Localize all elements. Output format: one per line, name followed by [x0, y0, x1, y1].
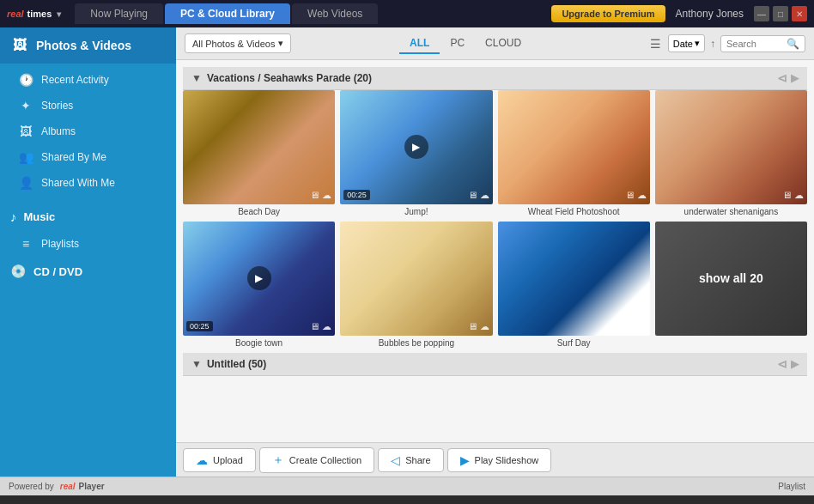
user-name: Anthony Jones	[676, 8, 744, 20]
list-item[interactable]: 🖥 ☁ Beach Day	[183, 90, 335, 216]
thumb-duration: 00:25	[343, 190, 370, 200]
nav-tabs: Now Playing PC & Cloud Library Web Video…	[75, 3, 378, 24]
list-item[interactable]: 🖥 ☁ Bubbles be popping	[340, 222, 492, 348]
sidebar-item-stories[interactable]: ✦ Stories	[0, 93, 176, 118]
filter-tab-pc[interactable]: PC	[440, 33, 475, 54]
thumb-actions: 🖥 ☁	[468, 190, 489, 201]
upload-label: Upload	[213, 455, 243, 465]
list-item[interactable]: show all 20	[655, 222, 807, 348]
thumb-overlay: 00:25 🖥 ☁	[343, 190, 489, 201]
maximize-button[interactable]: □	[773, 6, 788, 21]
monitor-icon: 🖥	[468, 190, 477, 201]
list-item[interactable]: 🖥 ☁ Surf Day	[498, 222, 650, 348]
sidebar-section-main: 🕐 Recent Activity ✦ Stories 🖼 Albums 👥 S…	[0, 64, 176, 199]
stories-icon: ✦	[17, 99, 34, 112]
search-input[interactable]	[726, 39, 787, 49]
thumb-actions: 🖥 ☁	[625, 190, 647, 201]
list-item[interactable]: 🖥 ☁ Wheat Field Photoshoot	[498, 90, 650, 216]
sidebar-item-recent-activity[interactable]: 🕐 Recent Activity	[0, 67, 176, 93]
cloud-icon: ☁	[794, 190, 804, 201]
upload-icon: ☁	[196, 453, 208, 467]
photo-label: Bubbles be popping	[379, 338, 454, 348]
sidebar: 🖼 Photos & Videos 🕐 Recent Activity ✦ St…	[0, 27, 176, 477]
thumb-actions: 🖥 ☁	[625, 321, 647, 332]
list-item[interactable]: ▶ 00:25 🖥 ☁ Boogie town	[183, 222, 335, 348]
playlist-button[interactable]: Playlist	[778, 482, 805, 491]
play-slideshow-label: Play Slideshow	[475, 455, 539, 465]
sidebar-item-shared-by-me[interactable]: 👥 Shared By Me	[0, 144, 176, 170]
create-collection-icon: ＋	[272, 452, 284, 468]
title-bar: realtimes ▾ Now Playing PC & Cloud Libra…	[0, 0, 814, 27]
tab-web-videos[interactable]: Web Videos	[292, 3, 378, 24]
toolbar-right: ☰ Date ▾ ↑ 🔍	[648, 34, 805, 52]
monitor-icon: 🖥	[310, 321, 319, 332]
photo-label: underwater shenanigans	[684, 207, 779, 216]
cddvd-icon: 💿	[10, 264, 27, 279]
sort-direction-icon[interactable]: ↑	[710, 38, 715, 50]
section-collapse-icon-2[interactable]: ▼	[191, 358, 202, 370]
sort-label: Date	[673, 39, 693, 49]
photo-label: Jump!	[404, 207, 428, 216]
sidebar-label-stories: Stories	[41, 100, 73, 112]
section-share-icon-2[interactable]: ⊲	[777, 357, 787, 371]
photo-thumb: 🖥 ☁	[340, 222, 492, 336]
minimize-button[interactable]: —	[754, 6, 769, 21]
section-share-icon[interactable]: ⊲	[777, 71, 787, 85]
sidebar-item-shared-with-me[interactable]: 👤 Shared With Me	[0, 170, 176, 196]
section-title-vacations: Vacations / Seahawks Parade (20)	[207, 72, 372, 84]
status-bar: Powered by realPlayer Playlist	[0, 477, 814, 495]
photo-thumb: ▶ 00:25 🖥 ☁	[183, 222, 335, 336]
thumb-overlay: 🖥 ☁	[343, 321, 489, 332]
photo-grid-1: 🖥 ☁ Beach Day ▶ 00:25 🖥	[183, 90, 807, 348]
sidebar-item-cddvd[interactable]: 💿 CD / DVD	[0, 257, 176, 286]
photo-thumb: ▶ 00:25 🖥 ☁	[340, 90, 492, 204]
play-icon: ▶	[404, 135, 428, 159]
dropdown-arrow-icon: ▾	[278, 38, 283, 49]
sidebar-item-albums[interactable]: 🖼 Albums	[0, 118, 176, 144]
list-item[interactable]: 🖥 ☁ underwater shenanigans	[655, 90, 807, 216]
section-expand-icon-2[interactable]: ▶	[791, 358, 799, 370]
shared-by-me-icon: 👥	[17, 150, 34, 164]
filter-dropdown[interactable]: All Photos & Videos ▾	[185, 33, 291, 53]
filter-tab-cloud[interactable]: CLOUD	[475, 33, 532, 54]
search-icon: 🔍	[787, 38, 799, 50]
play-icon: ▶	[247, 266, 271, 290]
filter-tabs: ALL PC CLOUD	[399, 33, 532, 54]
section-title-untitled: Untitled (50)	[207, 358, 266, 370]
thumb-overlay: 🖥 ☁	[186, 190, 331, 201]
photo-label: Beach Day	[238, 207, 280, 216]
tab-pc-cloud-library[interactable]: PC & Cloud Library	[165, 3, 290, 24]
thumb-overlay: 🖥 ☁	[501, 321, 647, 332]
play-slideshow-button[interactable]: ▶ Play Slideshow	[447, 448, 552, 472]
sidebar-header: 🖼 Photos & Videos	[0, 27, 176, 64]
monitor-icon: 🖥	[310, 190, 319, 201]
tab-now-playing[interactable]: Now Playing	[75, 3, 163, 24]
cloud-icon: ☁	[322, 190, 331, 201]
thumb-actions: 🖥 ☁	[310, 321, 331, 332]
list-item[interactable]: ▶ 00:25 🖥 ☁ Jump!	[340, 90, 492, 216]
list-view-icon[interactable]: ☰	[648, 35, 663, 52]
share-button[interactable]: ◁ Share	[378, 448, 443, 472]
sidebar-item-music[interactable]: ♪ Music	[0, 203, 176, 231]
section-collapse-icon[interactable]: ▼	[191, 72, 202, 84]
create-collection-button[interactable]: ＋ Create Collection	[259, 447, 374, 473]
photo-thumb: 🖥 ☁	[498, 90, 650, 204]
upgrade-button[interactable]: Upgrade to Premium	[551, 5, 665, 22]
photo-label: Boogie town	[235, 338, 282, 348]
share-label: Share	[405, 455, 430, 465]
clock-icon: 🕐	[17, 73, 34, 87]
section-expand-icon[interactable]: ▶	[791, 72, 799, 84]
app-logo: realtimes ▾	[7, 9, 61, 19]
monitor-icon: 🖥	[782, 190, 792, 201]
shared-with-me-icon: 👤	[17, 176, 34, 190]
sort-button[interactable]: Date ▾	[668, 34, 705, 52]
thumb-overlay: 00:25 🖥 ☁	[186, 321, 331, 332]
show-all-label: show all 20	[699, 271, 763, 285]
close-button[interactable]: ✕	[792, 6, 807, 21]
thumb-overlay: 🖥 ☁	[659, 190, 804, 201]
sidebar-item-playlists[interactable]: ≡ Playlists	[0, 231, 176, 257]
filter-tab-all[interactable]: ALL	[399, 33, 440, 54]
music-icon: ♪	[10, 209, 17, 224]
sidebar-label-playlists: Playlists	[41, 238, 79, 250]
upload-button[interactable]: ☁ Upload	[183, 448, 256, 472]
